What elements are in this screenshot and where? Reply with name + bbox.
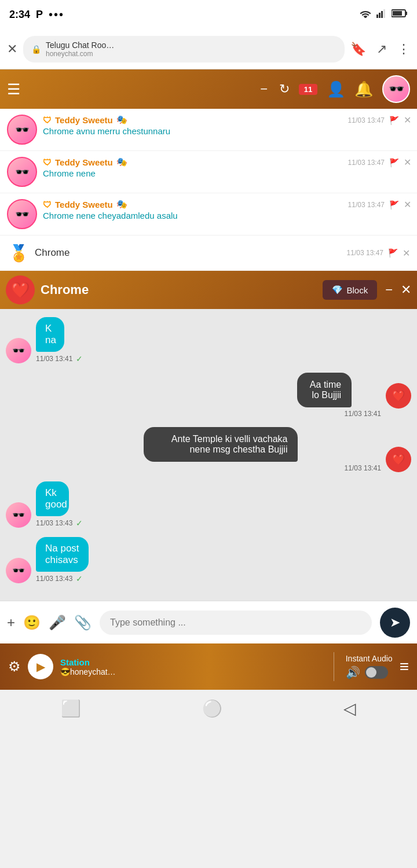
svg-rect-2 <box>381 11 383 18</box>
media-info: Station 😎honeychat… <box>60 657 322 676</box>
shield-icon: 🛡 <box>43 115 52 125</box>
chat-popup-header: ❤️ Chrome 💎 Block − ✕ <box>0 271 417 309</box>
svg-rect-3 <box>383 9 385 18</box>
add-icon[interactable]: + <box>7 615 15 631</box>
volume-icon: 🔊 <box>346 665 360 679</box>
send-icon: ➤ <box>390 615 400 630</box>
status-bar: 2:34 P ••• <box>0 0 417 29</box>
svg-rect-0 <box>376 14 378 18</box>
close-message-icon[interactable]: ✕ <box>404 115 411 126</box>
outgoing-bubble-group: Aa time lo Bujjii 11/03 13:41 <box>297 373 381 418</box>
messages-area: 🕶️ K na 11/03 13:41 ✓ Aa time lo Bujjii … <box>0 309 417 601</box>
media-menu-icon[interactable]: ≡ <box>400 657 409 676</box>
share-icon[interactable]: ↗ <box>376 42 387 57</box>
avatar: 🕶️ <box>7 199 37 229</box>
chat-meta: 11/03 13:47 🚩 ✕ <box>348 115 411 126</box>
header-minus-icon[interactable]: − <box>260 82 268 97</box>
incoming-bubble-group: Na post chisavs 11/03 13:43 ✓ <box>36 537 124 583</box>
flag-icon[interactable]: 🚩 <box>388 248 398 258</box>
user-avatar[interactable]: 🕶️ <box>382 75 410 103</box>
avatar: 🕶️ <box>6 558 31 583</box>
message-time-row: 11/03 13:43 ✓ <box>36 518 90 528</box>
chat-meta: 11/03 13:47 🚩 ✕ <box>348 199 411 210</box>
home-icon[interactable]: ⚪ <box>202 699 222 718</box>
play-button[interactable]: ▶ <box>28 654 53 679</box>
avatar: ❤️ <box>386 383 411 409</box>
send-button[interactable]: ➤ <box>380 608 410 638</box>
browser-url-text: Telugu Chat Roo… honeychat.com <box>46 41 114 58</box>
recent-apps-icon[interactable]: ⬜ <box>61 699 81 718</box>
message-time: 11/03 13:41 <box>345 410 381 418</box>
chat-list: 🕶️ 🛡 Teddy Sweetu 🎭 Chrome avnu merru ch… <box>0 109 417 271</box>
station-name: Station <box>60 657 322 667</box>
emoji-icon[interactable]: 🙂 <box>23 615 41 631</box>
instant-audio-toggle[interactable] <box>365 666 388 679</box>
chat-meta: 11/03 13:47 🚩 ✕ <box>347 248 410 259</box>
message-text: Chrome avnu merru chestunnaru <box>43 126 410 136</box>
outgoing-message: Ante Temple ki velli vachaka nene msg ch… <box>6 427 411 472</box>
notification-bell-icon[interactable]: 🔔 <box>354 80 373 98</box>
message-time: 11/03 13:47 <box>347 249 383 257</box>
notification-badge[interactable]: 11 <box>299 84 317 95</box>
attachment-icon[interactable]: 📎 <box>74 615 92 631</box>
message-time: 11/03 13:47 <box>348 116 385 124</box>
svg-rect-5 <box>405 12 407 15</box>
flag-icon[interactable]: 🚩 <box>389 200 399 209</box>
outgoing-bubble-group: Ante Temple ki velli vachaka nene msg ch… <box>144 427 381 472</box>
read-checkmark-icon: ✓ <box>76 354 83 363</box>
message-time: 11/03 13:43 <box>36 575 72 583</box>
message-time: 11/03 13:41 <box>345 464 381 472</box>
microphone-icon[interactable]: 🎤 <box>49 615 66 631</box>
carrier-dots: ••• <box>49 8 64 21</box>
browser-url-title: Telugu Chat Roo… <box>46 41 114 50</box>
menu-icon[interactable]: ☰ <box>7 80 20 98</box>
browser-actions: 🔖 ↗ ⋮ <box>350 42 410 57</box>
header-refresh-icon[interactable]: ↻ <box>279 82 290 97</box>
avatar: 🕶️ <box>7 115 37 145</box>
outgoing-message: Aa time lo Bujjii 11/03 13:41 ❤️ <box>6 373 411 418</box>
browser-bar: ✕ 🔒 Telugu Chat Roo… honeychat.com 🔖 ↗ ⋮ <box>0 29 417 69</box>
flag-icon[interactable]: 🚩 <box>389 158 399 167</box>
back-icon[interactable]: ◁ <box>343 699 356 718</box>
message-text: Chrome nene cheyadamledu asalu <box>43 211 410 220</box>
message-time-row: 11/03 13:43 ✓ <box>36 574 124 583</box>
close-message-icon[interactable]: ✕ <box>404 199 411 210</box>
media-settings-icon[interactable]: ⚙ <box>8 659 21 675</box>
list-item[interactable]: 🕶️ 🛡 Teddy Sweetu 🎭 Chrome avnu merru ch… <box>0 109 417 151</box>
message-time: 11/03 13:47 <box>348 159 385 167</box>
instant-audio-section: Instant Audio 🔊 <box>346 654 393 679</box>
browser-close-button[interactable]: ✕ <box>7 42 17 57</box>
block-button[interactable]: 💎 Block <box>323 280 377 300</box>
play-icon: ▶ <box>36 660 45 674</box>
message-input[interactable] <box>100 610 372 635</box>
browser-url-box[interactable]: 🔒 Telugu Chat Roo… honeychat.com <box>23 36 345 62</box>
message-bubble: K na <box>36 317 64 352</box>
more-options-icon[interactable]: ⋮ <box>397 42 410 57</box>
close-chat-icon[interactable]: ✕ <box>401 282 411 297</box>
message-bubble: Ante Temple ki velli vachaka nene msg ch… <box>144 427 298 462</box>
badge-count: 11 <box>299 84 317 95</box>
avatar: 🕶️ <box>6 502 31 528</box>
message-time: 11/03 13:41 <box>36 355 72 363</box>
minimize-chat-icon[interactable]: − <box>385 282 393 297</box>
popup-avatar: ❤️ <box>6 275 35 304</box>
close-message-icon[interactable]: ✕ <box>404 157 411 168</box>
incoming-bubble-group: Kk good 11/03 13:43 ✓ <box>36 481 90 528</box>
list-item[interactable]: 🏅 Chrome 11/03 13:47 🚩 ✕ <box>0 236 417 271</box>
list-item[interactable]: 🕶️ 🛡 Teddy Sweetu 🎭 Chrome nene cheyadam… <box>0 193 417 236</box>
list-item[interactable]: 🕶️ 🛡 Teddy Sweetu 🎭 Chrome nene 11/03 13… <box>0 151 417 193</box>
wifi-icon <box>359 9 372 20</box>
app-header: ☰ − ↻ 11 👤 🔔 🕶️ <box>0 69 417 109</box>
flag-icon[interactable]: 🚩 <box>389 116 399 125</box>
shield-icon: 🛡 <box>43 157 52 167</box>
shield-icon: 🛡 <box>43 200 52 209</box>
message-time: 11/03 13:47 <box>348 201 385 209</box>
user-profile-icon[interactable]: 👤 <box>327 80 345 98</box>
message-bubble: Aa time lo Bujjii <box>297 373 352 407</box>
bookmark-icon[interactable]: 🔖 <box>350 42 366 57</box>
instant-audio-controls: 🔊 <box>346 665 388 679</box>
media-bar: ⚙ ▶ Station 😎honeychat… Instant Audio 🔊 … <box>0 643 417 690</box>
close-message-icon[interactable]: ✕ <box>403 248 410 259</box>
message-bubble: Na post chisavs <box>36 537 89 572</box>
media-divider <box>334 652 334 681</box>
